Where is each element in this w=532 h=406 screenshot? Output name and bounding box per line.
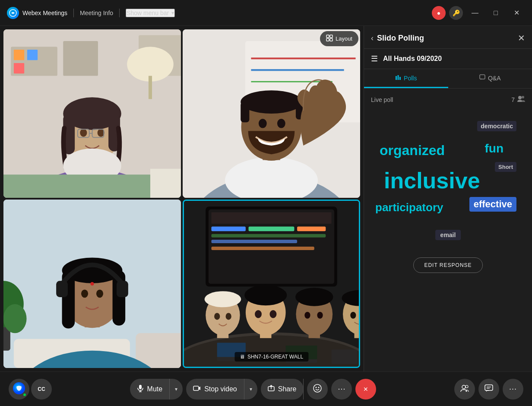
svg-point-107: [522, 96, 524, 98]
svg-point-20: [80, 129, 87, 137]
svg-rect-112: [193, 386, 199, 390]
more-apps-icon: ···: [509, 384, 517, 393]
video-tile-1: [3, 29, 181, 198]
svg-point-115: [314, 384, 321, 392]
key-icon: 🔑: [453, 10, 460, 16]
video-tile-2: [183, 29, 360, 198]
video-tile-3: [3, 200, 181, 368]
chat-button[interactable]: [478, 379, 499, 400]
layout-button[interactable]: Layout: [320, 31, 358, 46]
svg-point-100: [350, 312, 356, 319]
slido-content: Live poll 7 democratic org: [364, 89, 532, 371]
show-menu-button[interactable]: Show menu bar ▾: [126, 9, 175, 17]
svg-rect-38: [241, 102, 249, 122]
toolbar: CC Mute ▾: [0, 371, 532, 406]
maximize-icon: □: [494, 9, 498, 17]
chevron-down-icon: ▾: [171, 10, 174, 16]
svg-point-60: [90, 282, 94, 285]
close-icon: ✕: [518, 33, 525, 43]
slido-collapse-button[interactable]: ‹: [371, 34, 374, 43]
slido-menu-button[interactable]: ☰: [371, 54, 378, 63]
svg-rect-120: [485, 385, 493, 390]
main-content: Layout: [0, 26, 532, 371]
svg-point-116: [316, 387, 317, 388]
slido-header: ‹ Slido Polling ✕: [364, 26, 532, 49]
word-organized: organized: [380, 143, 445, 159]
tab-polls[interactable]: Polls: [364, 69, 448, 88]
svg-point-82: [214, 313, 220, 320]
captions-button[interactable]: CC: [31, 379, 52, 400]
stop-video-button[interactable]: Stop video: [186, 379, 244, 400]
minimize-button[interactable]: —: [466, 4, 484, 22]
participants-button[interactable]: [454, 379, 475, 400]
app-name-label: Webex Meetings: [22, 10, 67, 16]
mute-button-group: Mute ▾: [130, 379, 183, 400]
word-short: Short: [495, 162, 516, 172]
svg-rect-56: [56, 281, 68, 297]
live-poll-bar: Live poll 7: [371, 95, 525, 104]
toolbar-left-group: CC: [9, 379, 52, 400]
mute-label: Mute: [147, 385, 163, 393]
notification-dot: [22, 393, 27, 397]
titlebar-divider-2: [119, 9, 120, 17]
chevron-left-icon: ‹: [371, 34, 374, 42]
svg-rect-102: [396, 76, 397, 80]
monitor-icon: 🖥: [240, 354, 245, 360]
webex-assistant-button[interactable]: [9, 379, 29, 400]
chevron-down-icon: ▾: [175, 386, 177, 392]
svg-point-40: [259, 119, 267, 128]
poll-count: 7: [511, 95, 525, 104]
svg-rect-105: [480, 75, 485, 79]
qa-icon: [479, 74, 485, 82]
svg-rect-1: [326, 35, 329, 38]
svg-rect-65: [211, 227, 245, 232]
word-fun: fun: [484, 142, 504, 155]
reactions-button[interactable]: [307, 379, 328, 400]
room-label-text: SHN7-16-GREAT WALL: [247, 354, 303, 360]
stop-video-label: Stop video: [204, 385, 237, 393]
live-poll-label: Live poll: [371, 96, 393, 103]
record-button[interactable]: ●: [432, 6, 446, 20]
svg-point-41: [277, 119, 285, 128]
end-call-button[interactable]: ✕: [355, 379, 376, 400]
mute-button[interactable]: Mute: [130, 379, 170, 400]
svg-rect-13: [149, 76, 152, 99]
slido-close-button[interactable]: ✕: [518, 33, 525, 43]
share-button[interactable]: Share: [261, 379, 304, 400]
hamburger-icon: ☰: [371, 54, 378, 63]
close-icon: ✕: [514, 9, 519, 17]
slido-menu-bar: ☰ All Hands 09/2020: [364, 49, 532, 69]
more-options-button[interactable]: ···: [331, 379, 352, 400]
svg-rect-77: [332, 349, 358, 364]
meeting-info-button[interactable]: Meeting Info: [80, 10, 113, 16]
close-button[interactable]: ✕: [508, 4, 525, 22]
webex-logo-icon: [7, 7, 19, 19]
stop-video-dropdown-arrow[interactable]: ▾: [244, 379, 257, 400]
word-cloud: democratic organized fun Short inclusive…: [371, 112, 525, 251]
key-button[interactable]: 🔑: [449, 6, 463, 20]
svg-rect-10: [27, 50, 38, 60]
svg-rect-3: [326, 38, 329, 41]
more-apps-button[interactable]: ···: [503, 379, 523, 400]
svg-point-89: [270, 310, 277, 318]
svg-point-119: [466, 385, 468, 388]
word-participatory: participatory: [375, 201, 443, 214]
svg-rect-67: [297, 227, 326, 232]
slido-title-label: Slido Polling: [377, 34, 518, 43]
edit-response-button[interactable]: EDIT RESPONSE: [413, 257, 482, 273]
maximize-button[interactable]: □: [487, 4, 504, 22]
toolbar-center-group: Mute ▾ Stop video ▾: [130, 379, 377, 400]
mute-dropdown-arrow[interactable]: ▾: [170, 379, 183, 400]
svg-rect-103: [398, 75, 399, 80]
svg-rect-27: [150, 169, 181, 198]
participant-count: 7: [511, 96, 515, 103]
titlebar: Webex Meetings Meeting Info Show menu ba…: [0, 0, 532, 26]
record-icon: ●: [437, 10, 440, 16]
svg-rect-68: [211, 234, 326, 238]
svg-point-94: [304, 312, 310, 319]
stop-video-button-group: Stop video ▾: [186, 379, 257, 400]
svg-rect-66: [249, 227, 294, 232]
share-icon: [268, 385, 275, 393]
tab-qa[interactable]: Q&A: [448, 69, 532, 88]
more-icon: ···: [338, 384, 345, 393]
